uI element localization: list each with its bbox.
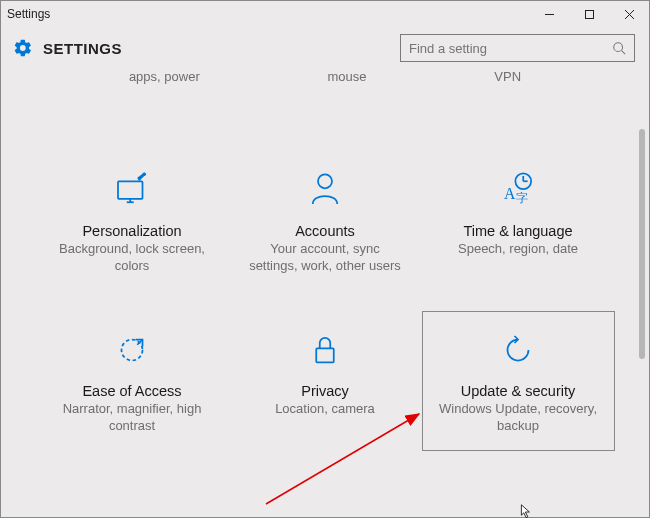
tile-title: Privacy [301, 383, 349, 399]
svg-text:A: A [504, 185, 516, 202]
tile-title: Update & security [461, 383, 575, 399]
tile-subtitle: VPN [494, 69, 521, 91]
tiles-row: Personalization Background, lock screen,… [15, 151, 635, 291]
minimize-button[interactable] [529, 1, 569, 27]
tile-title: Personalization [82, 223, 181, 239]
tile-subtitle: Windows Update, recovery, backup [438, 401, 598, 435]
scrollbar-thumb[interactable] [639, 129, 645, 359]
tile-privacy[interactable]: Privacy Location, camera [229, 311, 422, 451]
svg-rect-6 [118, 181, 143, 199]
svg-point-10 [318, 174, 332, 188]
tile-subtitle: Location, camera [275, 401, 375, 418]
content-area: apps, power mouse VPN Personalization Ba… [1, 69, 649, 517]
update-security-icon [497, 329, 539, 371]
tiles-row: Ease of Access Narrator, magnifier, high… [15, 311, 635, 451]
titlebar: Settings [1, 1, 649, 27]
privacy-icon [304, 329, 346, 371]
tile-title: Accounts [295, 223, 355, 239]
svg-text:字: 字 [516, 191, 528, 205]
close-button[interactable] [609, 1, 649, 27]
page-header: SETTINGS [1, 27, 649, 69]
search-input[interactable] [409, 41, 604, 56]
accounts-icon [304, 169, 346, 211]
tile-title: Time & language [463, 223, 572, 239]
close-icon [624, 9, 635, 20]
window-title: Settings [7, 7, 50, 21]
maximize-button[interactable] [569, 1, 609, 27]
tile-title: Ease of Access [82, 383, 181, 399]
cursor-icon [519, 504, 535, 518]
tile-subtitle: Speech, region, date [458, 241, 578, 258]
tile-subtitle: Background, lock screen, colors [52, 241, 212, 275]
settings-window: Settings SETTINGS [0, 0, 650, 518]
tile-ease-of-access[interactable]: Ease of Access Narrator, magnifier, high… [36, 311, 229, 451]
personalization-icon [111, 169, 153, 211]
tile-accounts[interactable]: Accounts Your account, sync settings, wo… [229, 151, 422, 291]
svg-line-5 [622, 51, 626, 55]
svg-point-4 [614, 43, 623, 52]
tile-time-language[interactable]: A 字 Time & language Speech, region, date [422, 151, 615, 291]
window-controls [529, 1, 649, 27]
tile-personalization[interactable]: Personalization Background, lock screen,… [36, 151, 229, 291]
page-title: SETTINGS [43, 40, 122, 57]
tile-subtitle: Narrator, magnifier, high contrast [52, 401, 212, 435]
tile-subtitle: Your account, sync settings, work, other… [245, 241, 405, 275]
time-language-icon: A 字 [497, 169, 539, 211]
svg-rect-18 [316, 348, 334, 362]
tile-subtitle: mouse [328, 69, 367, 91]
ease-of-access-icon [111, 329, 153, 371]
tile-subtitle: apps, power [129, 69, 200, 91]
search-box[interactable] [400, 34, 635, 62]
maximize-icon [584, 9, 595, 20]
search-icon [612, 41, 626, 55]
gear-icon [13, 38, 33, 58]
svg-point-9 [143, 173, 147, 177]
partial-row: apps, power mouse VPN [15, 69, 635, 91]
svg-rect-1 [585, 10, 593, 18]
minimize-icon [544, 9, 555, 20]
tile-update-security[interactable]: Update & security Windows Update, recove… [422, 311, 615, 451]
